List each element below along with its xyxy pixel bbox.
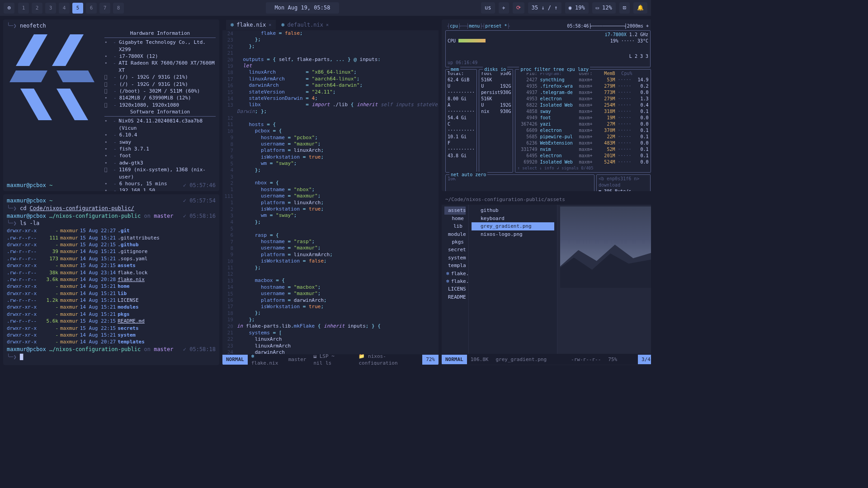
yazi-parent-item[interactable]: assets bbox=[444, 206, 466, 214]
workspace-2[interactable]: 2 bbox=[32, 3, 42, 14]
workspace-1[interactable]: 1 bbox=[18, 3, 29, 14]
terminal-ls[interactable]: maxmur@pcbox ~✓ 05:57:54 ╰─❯ cd Code/nix… bbox=[3, 194, 219, 365]
ls-row: drwxr-xr-x-maxmur15 Aug 22:27.git bbox=[7, 227, 216, 234]
line-gutter: 2423222120191817161514131211109876543211… bbox=[222, 30, 237, 354]
btop-disks-section: disks io root930G516KU192Gpersist930G516… bbox=[479, 69, 513, 173]
editor-mode: NORMAL bbox=[222, 355, 248, 364]
process-row[interactable]: 4935.firefox-wramaxm+279M·····0.2 bbox=[517, 83, 648, 89]
yazi-parent-item[interactable]: secret bbox=[444, 246, 466, 253]
yazi-parent-item[interactable]: pkgs bbox=[444, 238, 466, 246]
ls-row: drwxr-xr-x-maxmur14 Aug 15:21system bbox=[7, 332, 216, 338]
process-row[interactable]: 4953electronmaxm+279M·····1.3 bbox=[517, 96, 648, 102]
window-icon[interactable]: ⊡ bbox=[619, 2, 630, 14]
terminal-neofetch[interactable]: ╰─❯ neofetch Hardware Information •-Gi bbox=[3, 19, 219, 191]
editor-tab-bar: ❄flake.nix✕❄default.nix✕ bbox=[222, 19, 439, 30]
notifications-icon[interactable]: 🔔 bbox=[633, 2, 647, 14]
ls-row: .rw-r--r--5.6kmaxmur15 Aug 22:15README.m… bbox=[7, 318, 216, 324]
ls-row: drwxr-xr-x-maxmur14 Aug 15:21pkgs bbox=[7, 311, 216, 318]
yazi-parent-item[interactable]: LICENS bbox=[444, 285, 466, 293]
process-row[interactable]: 331749nvimmaxm+52M·····0.1 bbox=[517, 146, 648, 153]
ls-row: drwxr-xr-x-maxmur15 Aug 22:15.github bbox=[7, 241, 216, 248]
ls-row: drwxr-xr-x-maxmur14 Aug 15:21home bbox=[7, 283, 216, 290]
process-row[interactable]: 6495electronmaxm+201M·····0.1 bbox=[517, 153, 648, 159]
yazi-parent-item[interactable]: lib bbox=[444, 222, 466, 230]
yazi-parent-item[interactable]: home bbox=[444, 215, 466, 222]
code-content[interactable]: flake = false; }; }; outputs = { self, f… bbox=[237, 30, 439, 354]
btop-cpu-section: i7-7800X 1.2 GHz CPU 19% ····· 33°C L 2 … bbox=[445, 30, 651, 67]
process-row[interactable]: 4949footmaxm+19M·····0.0 bbox=[517, 115, 648, 121]
workspace-4[interactable]: 4 bbox=[59, 3, 70, 14]
network-speed[interactable]: 35 ↓ / ↑ bbox=[528, 2, 561, 14]
yazi-parent-item[interactable]: module bbox=[444, 230, 466, 238]
uptime: up 06:16:49 bbox=[448, 60, 648, 66]
keyboard-layout[interactable]: us bbox=[481, 2, 495, 14]
close-tab-icon[interactable]: ✕ bbox=[269, 22, 271, 28]
tray-telegram-icon[interactable]: ✈ bbox=[499, 2, 509, 14]
yazi-parent-item[interactable]: system bbox=[444, 254, 466, 262]
code-editor[interactable]: ❄flake.nix✕❄default.nix✕ 242322212019181… bbox=[222, 19, 439, 365]
process-row[interactable]: 69920Isolated Webmaxm+524M·····0.0 bbox=[517, 159, 648, 165]
tab-flake.nix[interactable]: ❄flake.nix✕ bbox=[226, 20, 276, 30]
ls-row: drwxr-xr-x-maxmur14 Aug 15:21modules bbox=[7, 304, 216, 310]
settings-icon[interactable]: ⚙ bbox=[4, 3, 14, 14]
cpu-usage[interactable]: ◉ 19% bbox=[565, 2, 589, 14]
workspace-5[interactable]: 5 bbox=[72, 3, 83, 14]
close-tab-icon[interactable]: ✕ bbox=[326, 22, 329, 28]
image-preview bbox=[560, 206, 651, 288]
system-monitor[interactable]: ┤cpu├──┤menu├┤preset *├ 05:58:46├───────… bbox=[442, 19, 651, 191]
ls-row: drwxr-xr-x-maxmur15 Aug 22:15secrets bbox=[7, 325, 216, 332]
tray-update-icon[interactable]: ⟳ bbox=[513, 2, 524, 14]
yazi-parent-item[interactable]: ❄flake. bbox=[444, 270, 466, 277]
yazi-file-item[interactable]: grey_gradient.png bbox=[472, 222, 554, 230]
yazi-file-item[interactable]: nixos-logo.png bbox=[472, 230, 554, 238]
file-manager[interactable]: ~/Code/nixos-configuration-public/assets… bbox=[442, 194, 651, 365]
yazi-file-item[interactable]: keyboard bbox=[472, 215, 554, 222]
neofetch-command: neofetch bbox=[20, 23, 46, 29]
tab-default.nix[interactable]: ❄default.nix✕ bbox=[277, 20, 333, 30]
ls-row: drwxr-xr-x-maxmur14 Aug 20:27templates bbox=[7, 338, 216, 345]
workspace-3[interactable]: 3 bbox=[45, 3, 56, 14]
top-bar: ⚙ 12345678 Mon Aug 19, 05:58 us ✈ ⟳ 35 ↓… bbox=[0, 0, 651, 16]
process-row[interactable]: 4937.telegram-demaxm+773M·····0.0 bbox=[517, 89, 648, 96]
yazi-parent-item[interactable]: templa bbox=[444, 262, 466, 269]
nixos-logo bbox=[7, 30, 97, 134]
yazi-statusline: NORMAL 106.8K grey_gradient.png -rw-r--r… bbox=[442, 354, 651, 365]
process-row[interactable]: 4858swaymaxm+318M·····0.1 bbox=[517, 108, 648, 115]
editor-scroll-pct: 72% bbox=[422, 355, 439, 364]
yazi-parent-item[interactable]: ❄flake. bbox=[444, 277, 466, 285]
process-row[interactable]: 5685pipewire-pulmaxm+22M·····0.1 bbox=[517, 134, 648, 140]
workspace-6[interactable]: 6 bbox=[86, 3, 97, 14]
process-row[interactable]: 6609electronmaxm+370M·····0.1 bbox=[517, 127, 648, 134]
editor-statusline: NORMAL ❄ flake.nix master ⬓ LSP ~ nil_ls… bbox=[222, 354, 439, 365]
prompt-user-host: maxmur@pcbox bbox=[7, 182, 46, 188]
yazi-file-item[interactable]: github bbox=[472, 206, 554, 214]
process-row[interactable]: 2427syncthingmaxm+53M·····14.9 bbox=[517, 77, 648, 83]
ls-row: .rw-r--r--173maxmur14 Aug 15:21.sops.yam… bbox=[7, 255, 216, 262]
software-header: Software Information bbox=[104, 108, 216, 117]
btop-net-stats: <b enp0s31f6 n> download ▼ 306 Byte/s ▼ … bbox=[596, 174, 651, 191]
yazi-parent-column[interactable]: assetshomelibmodulepkgssecretsystemtempl… bbox=[442, 205, 469, 354]
workspace-switcher: 12345678 bbox=[18, 3, 124, 14]
yazi-parent-item[interactable]: README bbox=[444, 293, 466, 301]
yazi-path: ~/Code/nixos-configuration-public/assets bbox=[442, 194, 651, 205]
process-row[interactable]: 6236WebExtensionmaxm+483M·····0.0 bbox=[517, 140, 648, 146]
ls-row: .rw-r--r--3.6kmaxmur14 Aug 20:28flake.ni… bbox=[7, 276, 216, 283]
ls-row: drwxr-xr-x-maxmur15 Aug 22:15assets bbox=[7, 262, 216, 269]
btop-mem-section: mem Total: 62.4 GiB U ·········· 8.00 Gi… bbox=[445, 69, 477, 173]
yazi-preview-column bbox=[557, 205, 651, 354]
clock[interactable]: Mon Aug 19, 05:58 bbox=[266, 2, 340, 14]
ls-row: .rw-r--r--38kmaxmur14 Aug 23:14flake.loc… bbox=[7, 269, 216, 276]
ls-row: .rw-r--r--39maxmur14 Aug 15:21.gitignore bbox=[7, 248, 216, 255]
workspace-8[interactable]: 8 bbox=[113, 3, 124, 14]
ls-row: drwxr-xr-x-maxmur14 Aug 15:21lib bbox=[7, 290, 216, 297]
memory-usage[interactable]: ▭ 12% bbox=[592, 2, 616, 14]
hardware-header: Hardware Information bbox=[104, 30, 216, 38]
ls-row: .rw-r--r--111maxmur15 Aug 15:21.gitattri… bbox=[7, 235, 216, 241]
btop-net-section: net auto zero 10K 10K bbox=[445, 174, 594, 191]
process-row[interactable]: 367426yazimaxm+27M·····0.0 bbox=[517, 121, 648, 127]
btop-proc-section: proc filter tree cpu lazy Pid: Program: … bbox=[515, 69, 651, 173]
workspace-7[interactable]: 7 bbox=[99, 3, 110, 14]
process-row[interactable]: 6822Isolated Webmaxm+254M·····0.4 bbox=[517, 102, 648, 108]
prompt-time: 05:57:46 bbox=[189, 182, 216, 188]
yazi-current-column[interactable]: githubkeyboardgrey_gradient.pngnixos-log… bbox=[469, 205, 557, 354]
